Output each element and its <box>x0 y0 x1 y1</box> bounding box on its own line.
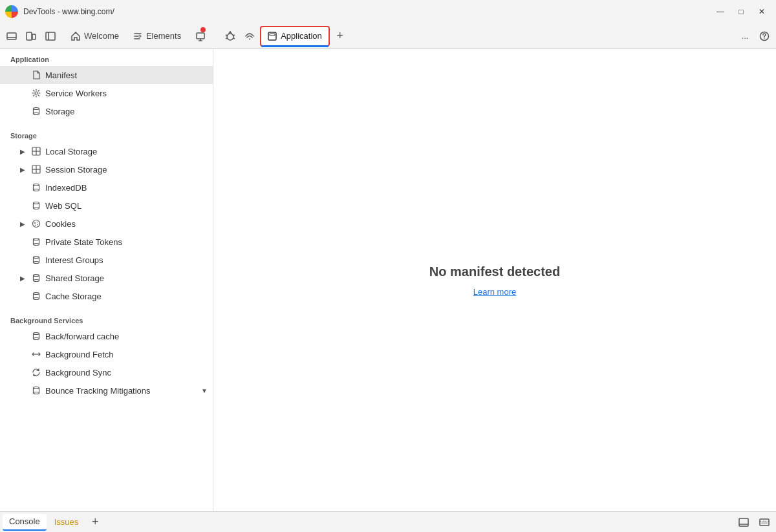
background-fetch-label: Background Fetch <box>45 350 208 359</box>
sidebar-item-shared-storage[interactable]: ▶ Shared Storage <box>0 269 213 287</box>
cylinder-icon-5 <box>31 255 41 265</box>
tab-wireless[interactable] <box>241 27 259 45</box>
issues-tab[interactable]: Issues <box>48 514 85 531</box>
no-manifest-title: No manifest detected <box>429 264 560 279</box>
app-logo <box>5 5 18 18</box>
svg-point-32 <box>34 207 39 209</box>
cookies-label: Cookies <box>45 219 208 229</box>
tab-debug[interactable] <box>221 27 239 45</box>
cookie-icon <box>31 218 41 229</box>
tab-bar: Welcome Elements Application + ... <box>0 23 776 49</box>
sidebar-item-background-sync[interactable]: ▶ Background Sync <box>0 363 213 381</box>
add-panel-button[interactable]: + <box>86 513 104 531</box>
debug-icon <box>225 31 235 41</box>
svg-point-9 <box>227 34 233 40</box>
title-bar: DevTools - www.bing.com/ — □ ✕ <box>0 0 776 23</box>
svg-point-31 <box>34 202 39 204</box>
local-storage-label: Local Storage <box>45 147 208 156</box>
cylinder-icon-3 <box>31 200 41 211</box>
sidebar-item-service-workers[interactable]: ▶ Service Workers <box>0 84 213 102</box>
cylinder-icon-2 <box>31 182 41 193</box>
bounce-tracking-label: Bounce Tracking Mitigations <box>45 386 197 396</box>
svg-rect-17 <box>270 34 275 36</box>
more-options-button[interactable]: ... <box>736 27 754 45</box>
storage-label: Storage <box>45 107 208 116</box>
sidebar-item-session-storage[interactable]: ▶ Session Storage <box>0 160 213 178</box>
add-tab-button[interactable]: + <box>331 27 349 45</box>
console-tab[interactable]: Console <box>3 514 47 531</box>
private-state-tokens-label: Private State Tokens <box>45 237 208 247</box>
svg-rect-0 <box>7 33 16 39</box>
web-sql-label: Web SQL <box>45 201 208 211</box>
title-bar-text: DevTools - www.bing.com/ <box>23 7 706 16</box>
tab-bar-right: ... <box>736 27 773 45</box>
sidebar-item-web-sql[interactable]: ▶ Web SQL <box>0 197 213 215</box>
svg-point-30 <box>34 189 39 191</box>
tab-network[interactable] <box>189 26 220 47</box>
indexeddb-label: IndexedDB <box>45 183 208 193</box>
interest-groups-label: Interest Groups <box>45 255 208 265</box>
sidebar-item-back-forward-cache[interactable]: ▶ Back/forward cache <box>0 327 213 345</box>
minimize-button[interactable]: — <box>711 5 729 18</box>
svg-point-36 <box>37 224 38 226</box>
device-mode-icon[interactable] <box>22 27 40 45</box>
sidebar-item-indexeddb[interactable]: ▶ IndexedDB <box>0 178 213 197</box>
svg-point-37 <box>35 225 36 226</box>
screenshot-icon-svg <box>759 517 770 527</box>
svg-point-33 <box>33 220 40 228</box>
svg-point-19 <box>764 37 765 39</box>
file-icon <box>31 70 41 80</box>
expand-cookies[interactable]: ▶ <box>18 219 27 228</box>
grid-icon <box>31 146 41 156</box>
svg-point-50 <box>34 392 39 394</box>
sidebar-item-background-fetch[interactable]: ▶ Background Fetch <box>0 345 213 363</box>
content-area: No manifest detected Learn more <box>213 49 776 511</box>
bottom-bar: Console Issues + <box>0 511 776 532</box>
sidebar-item-local-storage[interactable]: ▶ Local Storage <box>0 142 213 160</box>
sidebar-item-interest-groups[interactable]: ▶ Interest Groups <box>0 251 213 269</box>
svg-rect-3 <box>32 34 36 39</box>
learn-more-link[interactable]: Learn more <box>473 287 516 297</box>
sidebar-item-cache-storage[interactable]: ▶ Cache Storage <box>0 287 213 305</box>
sidebar-icon[interactable] <box>41 27 59 45</box>
manifest-label: Manifest <box>45 70 208 80</box>
wireless-icon <box>244 31 255 41</box>
sidebar-item-private-state-tokens[interactable]: ▶ Private State Tokens <box>0 233 213 251</box>
title-bar-controls: — □ ✕ <box>711 5 771 18</box>
cylinder-icon-7 <box>31 291 41 301</box>
cylinder-icon-9 <box>31 385 41 396</box>
maximize-button[interactable]: □ <box>732 5 750 18</box>
main-layout: Application ▶ Manifest ▶ Service Workers… <box>0 49 776 511</box>
application-icon <box>268 32 277 41</box>
back-forward-cache-label: Back/forward cache <box>45 332 208 341</box>
sidebar-item-storage-app[interactable]: ▶ Storage <box>0 102 213 120</box>
sidebar-item-manifest[interactable]: ▶ Manifest <box>0 66 213 84</box>
svg-point-35 <box>37 222 38 223</box>
network-icon <box>195 31 206 41</box>
dock-icon[interactable] <box>3 27 21 45</box>
svg-line-10 <box>226 35 227 36</box>
sidebar-item-cookies[interactable]: ▶ Cookies <box>0 215 213 233</box>
help-button[interactable] <box>755 27 773 45</box>
svg-point-46 <box>34 333 39 335</box>
expand-local-storage[interactable]: ▶ <box>18 147 27 156</box>
tab-application[interactable]: Application <box>260 26 330 47</box>
home-icon <box>71 32 80 41</box>
svg-point-21 <box>34 108 39 110</box>
tab-bar-icons <box>3 27 59 45</box>
dock-bottom-icon[interactable] <box>735 514 753 531</box>
svg-point-44 <box>34 293 39 295</box>
tab-elements[interactable]: Elements <box>127 26 188 47</box>
tab-welcome[interactable]: Welcome <box>65 26 125 47</box>
sidebar-item-bounce-tracking[interactable]: ▶ Bounce Tracking Mitigations ▼ <box>0 381 213 399</box>
dock-bottom-icon-svg <box>738 517 749 527</box>
cylinder-icon-4 <box>31 237 41 247</box>
gear-icon <box>31 88 41 98</box>
service-workers-label: Service Workers <box>45 89 208 98</box>
close-button[interactable]: ✕ <box>753 5 771 18</box>
expand-session-storage[interactable]: ▶ <box>18 165 27 174</box>
background-sync-label: Background Sync <box>45 368 208 378</box>
svg-point-22 <box>34 113 39 115</box>
expand-shared-storage[interactable]: ▶ <box>18 273 27 282</box>
screenshot-icon[interactable] <box>755 514 773 531</box>
